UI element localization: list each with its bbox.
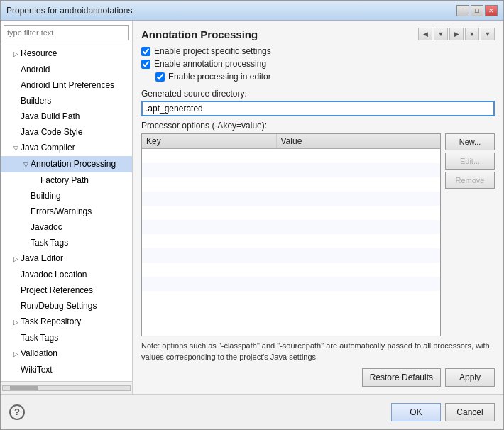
table-row[interactable] [142,263,440,277]
table-row[interactable] [142,163,440,177]
main-panel: Annotation Processing ◀ ▼ ▶ ▼ ▼ Enable p… [133,21,503,394]
sidebar-item-validation[interactable]: ▷Validation [1,346,132,362]
minimize-button[interactable]: – [456,5,469,16]
sidebar-item-builders[interactable]: Builders [1,93,132,109]
tree: ▷Resource Android Android Lint Preferenc… [1,45,132,381]
table-row[interactable] [142,192,440,206]
sidebar-item-errors-warnings[interactable]: Errors/Warnings [1,204,132,219]
sidebar-item-android[interactable]: Android [1,62,132,77]
sidebar-item-javadoc-location[interactable]: Javadoc Location [1,267,132,282]
sidebar-scrollbar[interactable] [1,381,132,394]
sidebar-item-factory-path[interactable]: Factory Path [1,172,132,188]
nav-back-button[interactable]: ◀ [418,28,432,40]
nav-forward-dropdown[interactable]: ▼ [465,28,479,40]
edit-button[interactable]: Edit... [445,153,495,170]
sidebar-item-project-references[interactable]: Project References [1,282,132,298]
nav-back-dropdown[interactable]: ▼ [434,28,448,40]
footer-buttons: OK Cancel [391,403,495,421]
processor-label: Processor options (-Akey=value): [141,121,495,131]
table-row[interactable] [142,291,440,305]
sidebar-item-java-build-path[interactable]: Java Build Path [1,109,132,124]
table-row[interactable] [142,206,440,220]
table-row[interactable] [142,277,440,291]
search-input[interactable] [4,25,129,40]
enable-annotation-row: Enable annotation processing [141,59,495,69]
nav-menu-button[interactable]: ▼ [481,28,495,40]
sidebar-item-task-tags[interactable]: Task Tags [1,235,132,250]
enable-project-row: Enable project specific settings [141,46,495,56]
apply-button[interactable]: Apply [445,368,495,387]
sidebar-item-resource[interactable]: ▷Resource [1,45,132,62]
sidebar-item-javadoc[interactable]: Javadoc [1,219,132,235]
enable-editor-label: Enable processing in editor [168,72,271,82]
cancel-button[interactable]: Cancel [445,403,495,421]
sidebar-item-run-debug[interactable]: Run/Debug Settings [1,298,132,314]
ok-button[interactable]: OK [391,403,441,421]
scroll-track [2,385,131,391]
scroll-thumb [10,386,38,390]
processor-area: Key Value [141,133,495,336]
enable-annotation-label: Enable annotation processing [154,59,266,69]
table-row[interactable] [142,248,440,263]
table-row[interactable] [142,234,440,248]
sidebar-item-annotation-processing[interactable]: ▽Annotation Processing [1,156,132,172]
panel-actions: Restore Defaults Apply [141,368,495,387]
titlebar-buttons: – □ ✕ [456,5,498,16]
properties-window: Properties for androidannotations – □ ✕ … [0,0,504,430]
new-button[interactable]: New... [445,133,495,150]
table-row[interactable] [142,220,440,234]
table-row[interactable] [142,149,440,163]
enable-editor-checkbox[interactable] [155,72,165,82]
search-box [1,21,132,45]
footer: ? OK Cancel [1,394,503,429]
enable-project-label: Enable project specific settings [154,46,271,56]
sidebar-item-building[interactable]: Building [1,188,132,204]
help-button[interactable]: ? [9,404,25,420]
enable-annotation-checkbox[interactable] [141,60,150,69]
sidebar: ▷Resource Android Android Lint Preferenc… [1,21,133,394]
titlebar: Properties for androidannotations – □ ✕ [1,1,503,21]
nav-forward-button[interactable]: ▶ [449,28,464,40]
panel-title: Annotation Processing [141,28,258,40]
note-text: Note: options such as "-classpath" and "… [141,341,495,363]
maximize-button[interactable]: □ [471,5,483,16]
header-icons: ◀ ▼ ▶ ▼ ▼ [418,28,495,40]
remove-button[interactable]: Remove [445,172,495,189]
enable-editor-row: Enable processing in editor [141,72,495,82]
enable-project-checkbox[interactable] [141,47,150,56]
table-row[interactable] [142,177,440,192]
sidebar-item-task-tags-top[interactable]: Task Tags [1,330,132,346]
source-dir-input[interactable] [141,101,495,116]
content-area: ▷Resource Android Android Lint Preferenc… [1,21,503,394]
panel-header: Annotation Processing ◀ ▼ ▶ ▼ ▼ [141,28,495,40]
sidebar-item-java-compiler[interactable]: ▽Java Compiler [1,140,132,156]
processor-table: Key Value [142,134,440,305]
sidebar-item-task-repository[interactable]: ▷Task Repository [1,314,132,330]
sidebar-item-android-lint[interactable]: Android Lint Preferences [1,77,132,93]
sidebar-item-java-code-style[interactable]: Java Code Style [1,124,132,140]
close-button[interactable]: ✕ [485,5,498,16]
source-dir-label: Generated source directory: [141,89,495,99]
window-title: Properties for androidannotations [6,6,132,16]
sidebar-item-java-editor[interactable]: ▷Java Editor [1,250,132,267]
sidebar-item-wikitext[interactable]: WikiText [1,362,132,377]
value-column-header: Value [276,134,440,149]
key-column-header: Key [142,134,276,149]
restore-defaults-button[interactable]: Restore Defaults [362,368,441,387]
table-buttons: New... Edit... Remove [445,133,495,336]
processor-table-container: Key Value [141,133,441,336]
